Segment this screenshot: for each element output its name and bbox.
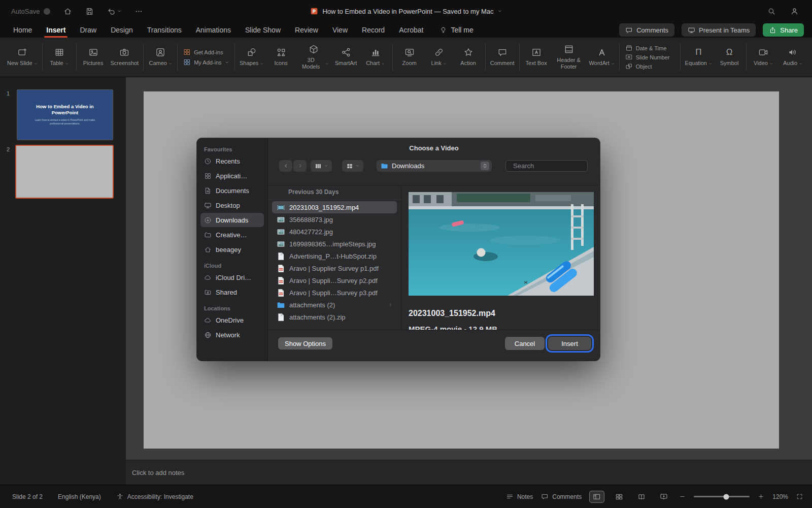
action-button[interactable]: Action	[454, 45, 483, 69]
file-row[interactable]: 20231003_151952.mp4	[272, 201, 397, 213]
text-box-button[interactable]: Text Box	[522, 45, 551, 69]
sidebar-item-downloads[interactable]: Downloads	[200, 213, 264, 227]
home-icon[interactable]	[63, 7, 72, 16]
slide-thumbnail-2-selected[interactable]	[15, 145, 114, 199]
link-button[interactable]: Link	[425, 45, 453, 69]
zoom-in-icon[interactable]	[758, 493, 764, 500]
comments-button[interactable]: Comments	[619, 23, 674, 37]
new-slide-button[interactable]: New Slide	[5, 45, 40, 69]
file-row[interactable]: 356688873.jpg	[272, 213, 397, 226]
account-icon[interactable]	[790, 7, 799, 16]
header-footer-button[interactable]: Header & Footer	[552, 42, 586, 72]
sidebar-item-creative[interactable]: Creative…	[200, 228, 264, 242]
slide-number-button[interactable]: Slide Number	[625, 53, 670, 61]
tab-transitions[interactable]: Transitions	[140, 22, 189, 38]
back-button[interactable]	[279, 160, 292, 172]
cameo-button[interactable]: Cameo	[146, 45, 175, 69]
tab-slide-show[interactable]: Slide Show	[238, 22, 288, 38]
search-icon[interactable]	[767, 7, 776, 16]
columns-view-icon	[315, 163, 322, 170]
share-button[interactable]: Share	[763, 23, 804, 37]
shapes-button[interactable]: Shapes	[238, 45, 266, 69]
3d-models-button[interactable]: 3D Models	[296, 42, 331, 72]
tell-me-button[interactable]: Tell me	[439, 26, 473, 34]
save-icon[interactable]	[85, 7, 94, 16]
table-button[interactable]: Table	[45, 45, 74, 69]
cancel-button[interactable]: Cancel	[505, 337, 545, 350]
pictures-button[interactable]: Pictures	[79, 45, 108, 69]
tab-record[interactable]: Record	[355, 22, 392, 38]
sidebar-item-onedrive[interactable]: OneDrive	[200, 313, 264, 327]
file-row[interactable]: 1699898365…impleSteps.jpg	[272, 238, 397, 250]
document-title-area[interactable]: How to Embed a Video in PowerPoint — Sav…	[152, 0, 660, 22]
tab-insert[interactable]: Insert	[39, 22, 73, 38]
sidebar-item-shared[interactable]: Shared	[200, 285, 264, 299]
equation-button[interactable]: Π Equation	[683, 45, 714, 69]
view-mode-columns-control[interactable]	[311, 160, 332, 172]
smartart-button[interactable]: SmartArt	[332, 45, 360, 69]
sidebar-item-documents[interactable]: Documents	[200, 183, 264, 198]
get-addins-button[interactable]: Get Add-ins	[183, 48, 228, 56]
video-button[interactable]: Video	[749, 45, 777, 69]
notes-toggle-button[interactable]: Notes	[506, 493, 533, 500]
slideshow-view-button[interactable]	[657, 491, 671, 502]
zoom-slider[interactable]	[694, 496, 750, 497]
applications-icon	[204, 172, 212, 180]
tab-home[interactable]: Home	[6, 22, 39, 38]
sidebar-item-icloud-drive[interactable]: iCloud Dri…	[200, 270, 264, 284]
present-in-teams-button[interactable]: Present in Teams	[682, 23, 756, 37]
my-addins-button[interactable]: My Add-ins	[183, 58, 228, 66]
fit-slide-icon[interactable]	[796, 493, 803, 500]
file-row[interactable]: 480427722.jpg	[272, 226, 397, 238]
file-row[interactable]: attachments (2)	[272, 299, 397, 311]
audio-button[interactable]: Audio	[779, 45, 807, 69]
sidebar-item-desktop[interactable]: Desktop	[200, 198, 264, 212]
file-row[interactable]: Advertising_P…t-HubSpot.zip	[272, 250, 397, 262]
tab-view[interactable]: View	[325, 22, 355, 38]
sidebar-item-network[interactable]: Network	[200, 328, 264, 342]
sidebar-item-recents[interactable]: Recents	[200, 154, 264, 168]
comments-toggle-button[interactable]: Comments	[541, 493, 582, 500]
3d-models-icon	[309, 44, 319, 54]
sidebar-item-beeagey[interactable]: beeagey	[200, 242, 264, 257]
file-row[interactable]: Aravo | Supplier Survey p1.pdf	[272, 262, 397, 274]
tab-draw[interactable]: Draw	[73, 22, 104, 38]
notes-pane[interactable]: Click to add notes	[126, 460, 812, 485]
show-options-button[interactable]: Show Options	[278, 337, 332, 350]
comment-button[interactable]: Comment	[488, 45, 517, 69]
file-row[interactable]: attachments (2).zip	[272, 311, 397, 323]
file-row[interactable]: Aravo | Suppli…Survey p3.pdf	[272, 287, 397, 299]
sidebar-item-applications[interactable]: Applicati…	[200, 169, 264, 183]
search-input[interactable]	[513, 162, 600, 170]
slide-thumbnail-1[interactable]: How to Embed a Video in PowerPoint Learn…	[17, 89, 113, 140]
tab-animations[interactable]: Animations	[189, 22, 238, 38]
slide-sorter-view-button[interactable]	[612, 491, 626, 502]
zoom-button[interactable]: Zoom	[395, 45, 424, 69]
accessibility-button[interactable]: Accessibility: Investigate	[116, 493, 193, 500]
zoom-level[interactable]: 120%	[772, 493, 788, 500]
undo-button[interactable]	[107, 7, 121, 16]
more-options-icon[interactable]	[134, 7, 143, 16]
normal-view-button[interactable]	[590, 491, 604, 502]
language-button[interactable]: English (Kenya)	[58, 493, 101, 500]
autosave-toggle[interactable]: AutoSave	[11, 8, 50, 15]
tab-review[interactable]: Review	[288, 22, 325, 38]
object-button[interactable]: Object	[625, 62, 670, 70]
tab-design[interactable]: Design	[104, 22, 140, 38]
chart-button[interactable]: Chart	[361, 45, 390, 69]
symbol-button[interactable]: Ω Symbol	[715, 45, 743, 69]
file-row[interactable]: Aravo | Suppli…Survey p2.pdf	[272, 274, 397, 287]
forward-button[interactable]	[293, 160, 307, 172]
tab-acrobat[interactable]: Acrobat	[392, 22, 430, 38]
date-time-button[interactable]: Date & Time	[625, 44, 670, 52]
zoom-out-icon[interactable]	[679, 493, 686, 500]
search-field[interactable]	[505, 160, 588, 172]
icons-button[interactable]: Icons	[267, 45, 295, 69]
reading-view-button[interactable]	[634, 491, 649, 502]
zoom-slider-knob[interactable]	[724, 494, 729, 499]
wordart-button[interactable]: WordArt	[587, 45, 617, 69]
insert-button[interactable]: Insert	[548, 337, 591, 350]
location-dropdown[interactable]: Downloads	[377, 160, 492, 172]
screenshot-button[interactable]: Screenshot	[109, 45, 141, 69]
grouping-control[interactable]	[342, 160, 363, 172]
